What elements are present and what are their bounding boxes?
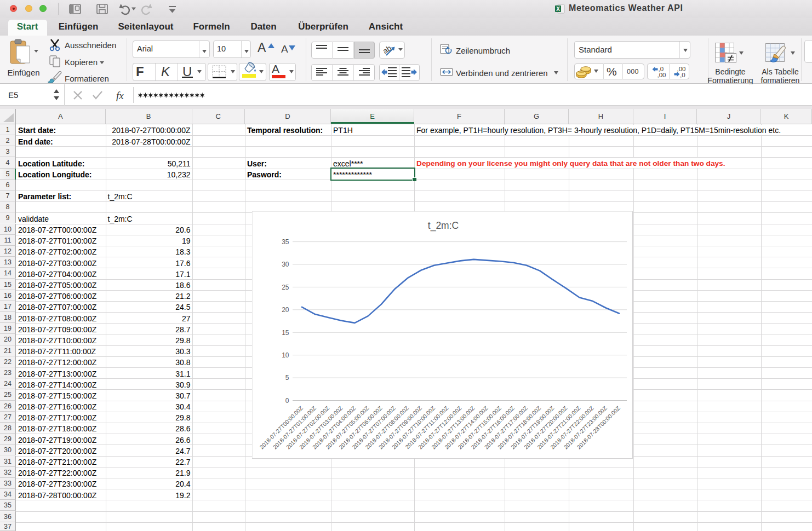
svg-text:35: 35 [282,238,289,245]
svg-text:25: 25 [282,283,289,291]
svg-text:20: 20 [282,306,289,314]
svg-text:30: 30 [282,261,289,268]
svg-text:X: X [556,6,560,12]
svg-text:,00: ,00 [657,72,666,78]
svg-text:t_2m:C: t_2m:C [428,220,459,231]
svg-text:0: 0 [285,396,289,404]
svg-text:5: 5 [285,374,289,382]
svg-text:,0: ,0 [680,72,685,78]
svg-text:15: 15 [282,328,289,336]
svg-text:fx: fx [116,90,124,101]
svg-text:10: 10 [282,351,289,359]
